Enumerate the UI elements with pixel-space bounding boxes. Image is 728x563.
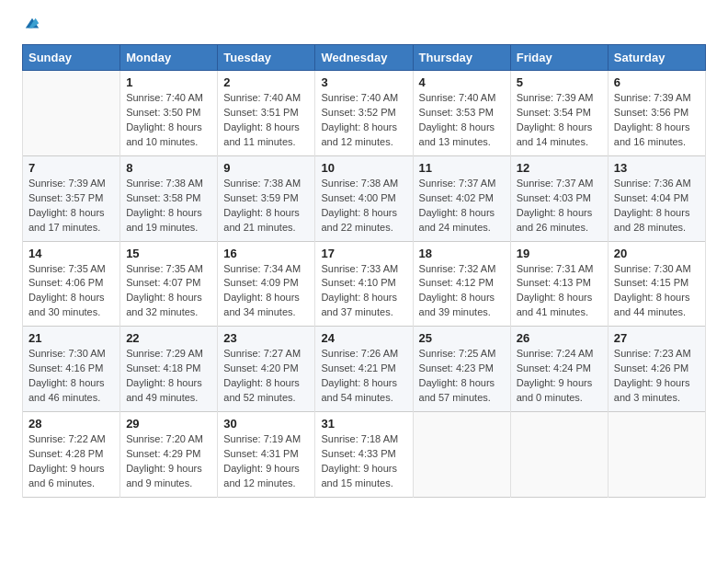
calendar-cell: 18Sunrise: 7:32 AMSunset: 4:12 PMDayligh… bbox=[413, 241, 510, 327]
day-info: Sunrise: 7:27 AMSunset: 4:20 PMDaylight:… bbox=[223, 347, 309, 406]
calendar-cell: 22Sunrise: 7:29 AMSunset: 4:18 PMDayligh… bbox=[120, 327, 218, 412]
weekday-header: Tuesday bbox=[218, 45, 315, 71]
day-number: 8 bbox=[126, 161, 211, 175]
day-number: 16 bbox=[223, 247, 309, 260]
logo bbox=[22, 18, 40, 35]
day-number: 15 bbox=[126, 247, 211, 260]
day-number: 22 bbox=[126, 331, 211, 345]
calendar-cell: 12Sunrise: 7:37 AMSunset: 4:03 PMDayligh… bbox=[510, 155, 608, 241]
calendar-cell: 5Sunrise: 7:39 AMSunset: 3:54 PMDaylight… bbox=[510, 71, 608, 156]
calendar-week-row: 1Sunrise: 7:40 AMSunset: 3:50 PMDaylight… bbox=[23, 71, 706, 156]
day-info: Sunrise: 7:35 AMSunset: 4:06 PMDaylight:… bbox=[28, 262, 114, 321]
day-info: Sunrise: 7:36 AMSunset: 4:04 PMDaylight:… bbox=[614, 177, 700, 236]
calendar-cell: 24Sunrise: 7:26 AMSunset: 4:21 PMDayligh… bbox=[315, 327, 413, 412]
day-info: Sunrise: 7:40 AMSunset: 3:51 PMDaylight:… bbox=[223, 91, 309, 150]
calendar-cell: 25Sunrise: 7:25 AMSunset: 4:23 PMDayligh… bbox=[413, 327, 510, 412]
page-header bbox=[22, 18, 706, 35]
day-info: Sunrise: 7:38 AMSunset: 3:58 PMDaylight:… bbox=[126, 177, 211, 236]
day-number: 2 bbox=[223, 75, 309, 89]
day-number: 9 bbox=[223, 161, 309, 175]
day-number: 5 bbox=[517, 75, 602, 89]
day-info: Sunrise: 7:39 AMSunset: 3:57 PMDaylight:… bbox=[28, 177, 114, 236]
day-info: Sunrise: 7:37 AMSunset: 4:03 PMDaylight:… bbox=[517, 177, 602, 236]
day-number: 26 bbox=[517, 331, 602, 345]
calendar-cell: 6Sunrise: 7:39 AMSunset: 3:56 PMDaylight… bbox=[608, 71, 705, 156]
day-number: 13 bbox=[614, 161, 700, 175]
calendar-table: SundayMondayTuesdayWednesdayThursdayFrid… bbox=[22, 44, 706, 498]
day-info: Sunrise: 7:32 AMSunset: 4:12 PMDaylight:… bbox=[419, 262, 505, 321]
calendar-cell: 29Sunrise: 7:20 AMSunset: 4:29 PMDayligh… bbox=[120, 412, 218, 498]
day-info: Sunrise: 7:26 AMSunset: 4:21 PMDaylight:… bbox=[321, 347, 406, 406]
day-number: 18 bbox=[419, 247, 505, 260]
calendar-week-row: 21Sunrise: 7:30 AMSunset: 4:16 PMDayligh… bbox=[23, 327, 706, 412]
calendar-cell bbox=[413, 412, 510, 498]
calendar-cell: 9Sunrise: 7:38 AMSunset: 3:59 PMDaylight… bbox=[218, 155, 315, 241]
day-info: Sunrise: 7:40 AMSunset: 3:53 PMDaylight:… bbox=[419, 91, 505, 150]
day-info: Sunrise: 7:40 AMSunset: 3:52 PMDaylight:… bbox=[321, 91, 406, 150]
calendar-cell: 3Sunrise: 7:40 AMSunset: 3:52 PMDaylight… bbox=[315, 71, 413, 156]
calendar-cell bbox=[23, 71, 120, 156]
day-info: Sunrise: 7:38 AMSunset: 3:59 PMDaylight:… bbox=[223, 177, 309, 236]
day-info: Sunrise: 7:34 AMSunset: 4:09 PMDaylight:… bbox=[223, 262, 309, 321]
calendar-cell: 20Sunrise: 7:30 AMSunset: 4:15 PMDayligh… bbox=[608, 241, 705, 327]
day-number: 25 bbox=[419, 331, 505, 345]
calendar-cell: 1Sunrise: 7:40 AMSunset: 3:50 PMDaylight… bbox=[120, 71, 218, 156]
day-number: 27 bbox=[614, 331, 700, 345]
calendar-cell: 26Sunrise: 7:24 AMSunset: 4:24 PMDayligh… bbox=[510, 327, 608, 412]
day-info: Sunrise: 7:40 AMSunset: 3:50 PMDaylight:… bbox=[126, 91, 211, 150]
day-number: 3 bbox=[321, 75, 406, 89]
calendar-cell: 17Sunrise: 7:33 AMSunset: 4:10 PMDayligh… bbox=[315, 241, 413, 327]
day-number: 10 bbox=[321, 161, 406, 175]
calendar-week-row: 7Sunrise: 7:39 AMSunset: 3:57 PMDaylight… bbox=[23, 155, 706, 241]
calendar-cell bbox=[608, 412, 705, 498]
calendar-cell: 7Sunrise: 7:39 AMSunset: 3:57 PMDaylight… bbox=[23, 155, 120, 241]
day-info: Sunrise: 7:20 AMSunset: 4:29 PMDaylight:… bbox=[126, 432, 211, 491]
day-number: 23 bbox=[223, 331, 309, 345]
calendar-cell: 19Sunrise: 7:31 AMSunset: 4:13 PMDayligh… bbox=[510, 241, 608, 327]
day-info: Sunrise: 7:39 AMSunset: 3:54 PMDaylight:… bbox=[517, 91, 602, 150]
calendar-cell: 23Sunrise: 7:27 AMSunset: 4:20 PMDayligh… bbox=[218, 327, 315, 412]
day-info: Sunrise: 7:18 AMSunset: 4:33 PMDaylight:… bbox=[321, 432, 406, 491]
day-info: Sunrise: 7:30 AMSunset: 4:16 PMDaylight:… bbox=[28, 347, 114, 406]
calendar-cell: 13Sunrise: 7:36 AMSunset: 4:04 PMDayligh… bbox=[608, 155, 705, 241]
weekday-header-row: SundayMondayTuesdayWednesdayThursdayFrid… bbox=[23, 45, 706, 71]
calendar-cell: 15Sunrise: 7:35 AMSunset: 4:07 PMDayligh… bbox=[120, 241, 218, 327]
calendar-cell: 4Sunrise: 7:40 AMSunset: 3:53 PMDaylight… bbox=[413, 71, 510, 156]
day-number: 19 bbox=[517, 247, 602, 260]
day-info: Sunrise: 7:29 AMSunset: 4:18 PMDaylight:… bbox=[126, 347, 211, 406]
day-number: 4 bbox=[419, 75, 505, 89]
day-info: Sunrise: 7:39 AMSunset: 3:56 PMDaylight:… bbox=[614, 91, 700, 150]
day-info: Sunrise: 7:24 AMSunset: 4:24 PMDaylight:… bbox=[517, 347, 602, 406]
day-info: Sunrise: 7:35 AMSunset: 4:07 PMDaylight:… bbox=[126, 262, 211, 321]
calendar-cell: 14Sunrise: 7:35 AMSunset: 4:06 PMDayligh… bbox=[23, 241, 120, 327]
day-info: Sunrise: 7:22 AMSunset: 4:28 PMDaylight:… bbox=[28, 432, 114, 491]
day-number: 30 bbox=[223, 417, 309, 431]
day-info: Sunrise: 7:19 AMSunset: 4:31 PMDaylight:… bbox=[223, 432, 309, 491]
day-number: 12 bbox=[517, 161, 602, 175]
calendar-cell: 11Sunrise: 7:37 AMSunset: 4:02 PMDayligh… bbox=[413, 155, 510, 241]
calendar-cell bbox=[510, 412, 608, 498]
day-info: Sunrise: 7:23 AMSunset: 4:26 PMDaylight:… bbox=[614, 347, 700, 406]
day-info: Sunrise: 7:37 AMSunset: 4:02 PMDaylight:… bbox=[419, 177, 505, 236]
day-number: 31 bbox=[321, 417, 406, 431]
calendar-cell: 2Sunrise: 7:40 AMSunset: 3:51 PMDaylight… bbox=[218, 71, 315, 156]
day-number: 1 bbox=[126, 75, 211, 89]
weekday-header: Saturday bbox=[608, 45, 705, 71]
weekday-header: Wednesday bbox=[315, 45, 413, 71]
calendar-cell: 28Sunrise: 7:22 AMSunset: 4:28 PMDayligh… bbox=[23, 412, 120, 498]
day-info: Sunrise: 7:33 AMSunset: 4:10 PMDaylight:… bbox=[321, 262, 406, 321]
calendar-cell: 8Sunrise: 7:38 AMSunset: 3:58 PMDaylight… bbox=[120, 155, 218, 241]
calendar-cell: 27Sunrise: 7:23 AMSunset: 4:26 PMDayligh… bbox=[608, 327, 705, 412]
day-number: 24 bbox=[321, 331, 406, 345]
weekday-header: Thursday bbox=[413, 45, 510, 71]
calendar-week-row: 28Sunrise: 7:22 AMSunset: 4:28 PMDayligh… bbox=[23, 412, 706, 498]
day-number: 14 bbox=[28, 247, 114, 260]
day-number: 21 bbox=[28, 331, 114, 345]
weekday-header: Monday bbox=[120, 45, 218, 71]
calendar-cell: 21Sunrise: 7:30 AMSunset: 4:16 PMDayligh… bbox=[23, 327, 120, 412]
calendar-cell: 30Sunrise: 7:19 AMSunset: 4:31 PMDayligh… bbox=[218, 412, 315, 498]
calendar-cell: 10Sunrise: 7:38 AMSunset: 4:00 PMDayligh… bbox=[315, 155, 413, 241]
day-info: Sunrise: 7:38 AMSunset: 4:00 PMDaylight:… bbox=[321, 177, 406, 236]
day-info: Sunrise: 7:31 AMSunset: 4:13 PMDaylight:… bbox=[517, 262, 602, 321]
day-info: Sunrise: 7:25 AMSunset: 4:23 PMDaylight:… bbox=[419, 347, 505, 406]
